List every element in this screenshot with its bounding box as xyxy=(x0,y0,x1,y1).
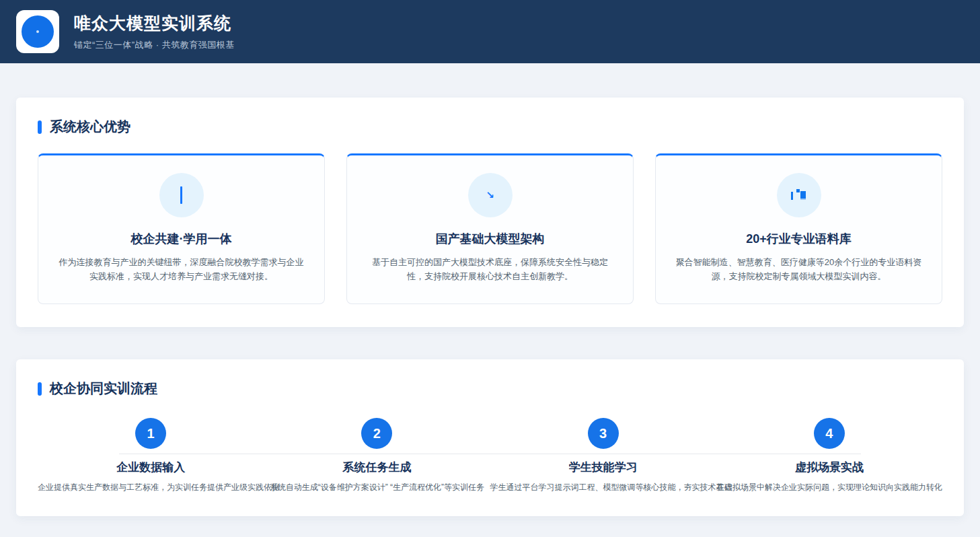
advantage-card-description: 作为连接教育与产业的关键纽带，深度融合院校教学需求与企业实践标准，实现人才培养与… xyxy=(57,255,305,283)
section-process: 校企协同实训流程 1 企业数据输入 企业提供真实生产数据与工艺标准，为实训任务提… xyxy=(16,359,964,516)
bar-chart-icon xyxy=(791,189,806,201)
section-advantages-header: 系统核心优势 xyxy=(38,118,942,136)
section-process-header: 校企协同实训流程 xyxy=(38,380,942,398)
section-process-title: 校企协同实训流程 xyxy=(50,380,157,398)
section-advantages: 系统核心优势 校企共建·学用一体 作为连接教育与产业的关键纽带，深度融合院校教学… xyxy=(16,98,964,327)
process-steps-row: 1 企业数据输入 企业提供真实生产数据与工艺标准，为实训任务提供产业级实践依据 … xyxy=(38,418,942,493)
app-logo xyxy=(16,10,59,53)
advantage-cards-row: 校企共建·学用一体 作为连接教育与产业的关键纽带，深度融合院校教学需求与企业实践… xyxy=(38,153,942,304)
advantage-card-school-enterprise: 校企共建·学用一体 作为连接教育与产业的关键纽带，深度融合院校教学需求与企业实践… xyxy=(38,153,325,304)
accent-bar-icon xyxy=(38,120,42,134)
advantage-card-description: 基于自主可控的国产大模型技术底座，保障系统安全性与稳定性，支持院校开展核心技术自… xyxy=(366,255,614,283)
advantage-card-industry-corpus: 20+行业专业语料库 聚合智能制造、智慧教育、医疗健康等20余个行业的专业语料资… xyxy=(655,153,942,304)
app-header: 唯众大模型实训系统 锚定“三位一体”战略 · 共筑教育强国根基 xyxy=(0,0,980,63)
step-number-badge: 1 xyxy=(135,418,166,449)
vertical-bar-icon xyxy=(180,186,182,204)
advantage-card-title: 校企共建·学用一体 xyxy=(57,231,305,247)
step-title: 虚拟场景实战 xyxy=(716,460,942,475)
advantage-card-title: 国产基础大模型架构 xyxy=(366,231,614,247)
logo-circle-icon xyxy=(22,15,54,48)
section-advantages-title: 系统核心优势 xyxy=(50,118,130,136)
step-number-badge: 3 xyxy=(588,418,619,449)
app-subtitle: 锚定“三位一体”战略 · 共筑教育强国根基 xyxy=(74,39,235,51)
step-title: 企业数据输入 xyxy=(38,460,264,475)
accent-bar-icon xyxy=(38,382,42,396)
step-item-2: 2 系统任务生成 系统自动生成“设备维护方案设计” “生产流程优化”等实训任务 xyxy=(264,418,490,493)
advantage-card-title: 20+行业专业语料库 xyxy=(675,231,923,247)
step-item-4: 4 虚拟场景实战 在虚拟场景中解决企业实际问题，实现理论知识向实践能力转化 xyxy=(716,418,942,493)
advantage-card-description: 聚合智能制造、智慧教育、医疗健康等20余个行业的专业语料资源，支持院校定制专属领… xyxy=(675,255,923,283)
card-icon-circle: ↘ xyxy=(468,173,513,217)
step-description: 学生通过平台学习提示词工程、模型微调等核心技能，夯实技术基础 xyxy=(490,482,716,493)
step-description: 系统自动生成“设备维护方案设计” “生产流程优化”等实训任务 xyxy=(264,482,490,493)
step-number-badge: 4 xyxy=(814,418,845,449)
step-title: 学生技能学习 xyxy=(490,460,716,475)
advantage-card-domestic-model: ↘ 国产基础大模型架构 基于自主可控的国产大模型技术底座，保障系统安全性与稳定性… xyxy=(346,153,634,304)
card-icon-circle xyxy=(159,173,204,217)
app-title: 唯众大模型实训系统 xyxy=(74,12,235,34)
step-item-1: 1 企业数据输入 企业提供真实生产数据与工艺标准，为实训任务提供产业级实践依据 xyxy=(38,418,264,493)
step-number-badge: 2 xyxy=(361,418,392,449)
card-icon-circle xyxy=(777,173,821,217)
step-description: 企业提供真实生产数据与工艺标准，为实训任务提供产业级实践依据 xyxy=(38,482,264,493)
header-text: 唯众大模型实训系统 锚定“三位一体”战略 · 共筑教育强国根基 xyxy=(74,12,235,51)
arrow-down-right-icon: ↘ xyxy=(486,189,494,201)
step-title: 系统任务生成 xyxy=(264,460,490,475)
step-description: 在虚拟场景中解决企业实际问题，实现理论知识向实践能力转化 xyxy=(716,482,942,493)
step-item-3: 3 学生技能学习 学生通过平台学习提示词工程、模型微调等核心技能，夯实技术基础 xyxy=(490,418,716,493)
